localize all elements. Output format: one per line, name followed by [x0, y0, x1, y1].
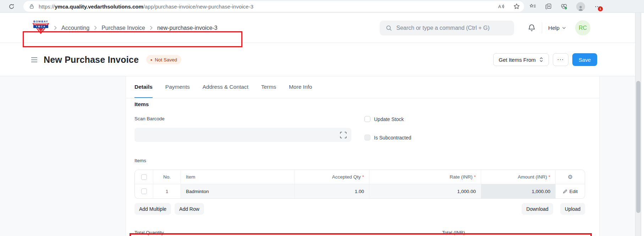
- svg-text:YMCA: YMCA: [36, 25, 46, 28]
- total-inr-label: Total (INR): [442, 230, 465, 235]
- grid-settings-cell: ⚙: [555, 170, 585, 184]
- row-item-cell[interactable]: Badminton: [181, 184, 295, 198]
- scan-barcode-input[interactable]: [134, 128, 351, 142]
- address-bar[interactable]: https://ymca.quality.vedarthsolutions.co…: [23, 1, 524, 12]
- row-number-cell[interactable]: 1: [153, 184, 181, 198]
- pencil-icon: [563, 189, 567, 194]
- download-button[interactable]: Download: [522, 203, 553, 215]
- select-all-cell: [135, 170, 153, 184]
- status-dot: •: [150, 57, 152, 62]
- breadcrumb-current[interactable]: new-purchase-invoice-3: [157, 25, 218, 31]
- chevron-right-icon: [94, 26, 97, 30]
- upload-button[interactable]: Upload: [560, 203, 585, 215]
- tab-more-info[interactable]: More Info: [289, 76, 312, 98]
- tab-payments[interactable]: Payments: [165, 76, 190, 98]
- navbar-divider: [542, 22, 542, 33]
- total-quantity-label: Total Quantity: [134, 230, 164, 235]
- status-badge: • Not Saved: [146, 55, 181, 64]
- tab-address-contact[interactable]: Address & Contact: [203, 76, 248, 98]
- tab-details[interactable]: Details: [134, 76, 153, 98]
- chevron-down-icon: [562, 27, 566, 29]
- is-subcontracted-label: Is Subcontracted: [374, 135, 411, 141]
- url-text[interactable]: https://ymca.quality.vedarthsolutions.co…: [39, 4, 253, 10]
- read-aloud-icon[interactable]: A: [498, 3, 505, 10]
- save-label: Save: [579, 57, 591, 63]
- page-head: New Purchase Invoice • Not Saved Get Ite…: [0, 43, 635, 76]
- select-all-checkbox[interactable]: [141, 174, 147, 180]
- add-multiple-button[interactable]: Add Multiple: [134, 203, 171, 215]
- get-items-from-button[interactable]: Get Items From: [493, 53, 549, 66]
- is-subcontracted-checkbox[interactable]: [364, 135, 370, 141]
- svg-text:A: A: [498, 4, 501, 9]
- row-edit-button[interactable]: Edit: [563, 189, 578, 194]
- row-select-cell: [135, 184, 153, 198]
- bombay-ymca-logo[interactable]: BOMBAY YMCA: [31, 19, 50, 35]
- is-subcontracted-field: Is Subcontracted: [364, 135, 411, 141]
- row-edit-cell: Edit: [555, 184, 585, 198]
- save-button[interactable]: Save: [572, 53, 597, 66]
- browser-essentials-icon[interactable]: [561, 3, 567, 10]
- url-path: /app/purchase-invoice/new-purchase-invoi…: [143, 4, 253, 10]
- items-grid-label: Items: [134, 158, 146, 163]
- col-rate: Rate (INR)*: [369, 170, 481, 184]
- col-amount: Amount (INR)*: [481, 170, 555, 184]
- global-search-input[interactable]: Search or type a command (Ctrl + G): [380, 21, 514, 35]
- page-scrollbar[interactable]: [635, 13, 641, 236]
- url-domain: ymca.quality.vedarthsolutions.com: [55, 4, 143, 10]
- breadcrumb: Accounting Purchase Invoice new-purchase…: [54, 13, 218, 43]
- update-stock-label: Update Stock: [374, 116, 404, 122]
- lock-icon[interactable]: [29, 4, 34, 9]
- breadcrumb-purchase-invoice[interactable]: Purchase Invoice: [101, 25, 145, 31]
- required-marker: *: [549, 174, 550, 180]
- app-navbar: BOMBAY YMCA Accounting Purchase Invoice …: [0, 13, 635, 43]
- user-avatar[interactable]: RC: [575, 20, 590, 35]
- more-actions-button[interactable]: ···: [553, 53, 568, 66]
- scrollbar-thumb[interactable]: [636, 81, 640, 213]
- get-items-from-label: Get Items From: [499, 57, 536, 63]
- browser-settings-icon[interactable]: ⋯ 1: [594, 2, 602, 10]
- row-qty-cell[interactable]: 1.00: [295, 184, 369, 198]
- required-marker: *: [474, 174, 476, 180]
- scan-barcode-label: Scan Barcode: [134, 116, 165, 121]
- row-rate-cell[interactable]: 1,000.00: [369, 184, 481, 198]
- chevron-right-icon: [150, 26, 153, 30]
- status-label: Not Saved: [155, 57, 177, 62]
- help-label: Help: [548, 25, 560, 31]
- col-no: No.: [153, 170, 181, 184]
- items-section-heading: Items: [134, 101, 149, 108]
- row-edit-label: Edit: [569, 189, 578, 194]
- sidebar-toggle-icon[interactable]: [31, 57, 38, 63]
- items-grid-header: No. Item Accepted Qty* Rate (INR)* Amoun…: [135, 170, 585, 184]
- add-row-button[interactable]: Add Row: [175, 203, 204, 215]
- help-menu[interactable]: Help: [548, 13, 566, 43]
- favorite-star-icon[interactable]: [513, 3, 520, 10]
- browser-profile-avatar[interactable]: [576, 2, 585, 11]
- chevron-right-icon: [54, 26, 57, 30]
- tab-terms[interactable]: Terms: [261, 76, 276, 98]
- browser-toolbar: https://ymca.quality.vedarthsolutions.co…: [0, 0, 644, 13]
- required-marker: *: [362, 174, 364, 180]
- collections-icon[interactable]: [545, 3, 552, 10]
- refresh-icon[interactable]: [8, 3, 15, 10]
- window-edge: [641, 13, 644, 236]
- notifications-bell-icon[interactable]: [525, 13, 538, 43]
- more-actions-glyph: ···: [557, 56, 564, 63]
- browser-notification-badge: 1: [598, 6, 603, 11]
- grid-buttons-row: Add Multiple Add Row Download Upload: [134, 203, 585, 215]
- gear-icon[interactable]: ⚙: [568, 174, 573, 180]
- row-amount-cell[interactable]: 1,000.00: [481, 184, 555, 198]
- search-icon: [386, 25, 392, 31]
- page-title: New Purchase Invoice: [44, 55, 139, 65]
- table-row: 1 Badminton 1.00 1,000.00 1,000.00 Edit: [135, 184, 585, 198]
- form-tabs: Details Payments Address & Contact Terms…: [126, 76, 599, 98]
- update-stock-field: Update Stock: [364, 116, 404, 122]
- favorites-bar-icon[interactable]: [529, 3, 536, 10]
- row-checkbox[interactable]: [141, 188, 147, 194]
- update-stock-checkbox[interactable]: [364, 116, 370, 122]
- barcode-scan-icon[interactable]: [340, 132, 347, 138]
- svg-text:BOMBAY: BOMBAY: [33, 20, 48, 23]
- col-item: Item: [181, 170, 295, 184]
- url-scheme: https://: [39, 4, 55, 10]
- breadcrumb-accounting[interactable]: Accounting: [61, 25, 89, 31]
- col-accepted-qty: Accepted Qty*: [295, 170, 369, 184]
